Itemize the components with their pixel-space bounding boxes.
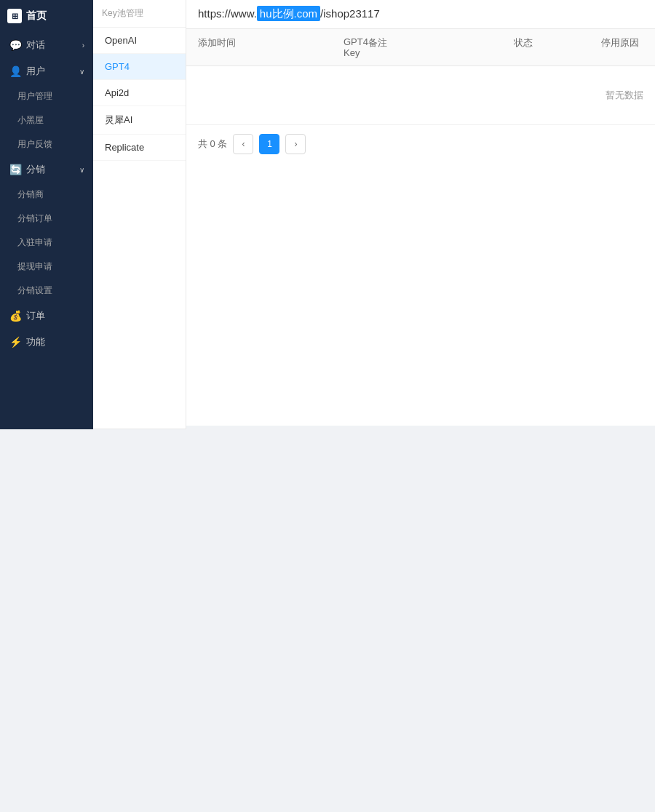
col-disable-reason: 停用原因 [601,36,655,58]
chevron-icon: ∨ [79,166,84,174]
url-highlight: hu比例.com [257,6,320,21]
sidebar-item-function[interactable]: ⚡ 功能 [0,329,93,355]
chevron-icon: ∨ [79,68,84,76]
distribution-icon: 🔄 [9,163,22,176]
pagination: 共 0 条 ‹ 1 › [186,124,655,163]
submenu-replicate[interactable]: Replicate [93,135,186,161]
top-sidebar-header-label: 首页 [26,9,47,23]
sidebar-sub-user-feedback[interactable]: 用户反馈 [0,132,93,156]
col-gpt4-key: GPT4 Key [344,36,368,58]
next-page-btn[interactable]: › [285,134,306,154]
submenu-api2d[interactable]: Api2d [93,80,186,106]
function-icon: ⚡ [9,335,22,349]
sidebar-sub-dist-settings[interactable]: 分销设置 [0,279,93,303]
sidebar-item-user[interactable]: 👤 用户 ∨ [0,58,93,84]
sidebar-sub-blacklist[interactable]: 小黑屋 [0,108,93,132]
sidebar-item-distribution[interactable]: 🔄 分销 ∨ [0,156,93,183]
sidebar-sub-distributor[interactable]: 分销商 [0,183,93,207]
order-icon: 💰 [9,309,22,322]
user-icon: 👤 [9,65,22,78]
col-status: 状态 [514,36,601,58]
chevron-icon: › [82,41,84,49]
prev-page-btn[interactable]: ‹ [233,134,253,154]
top-submenu-header: Key池管理 [93,0,186,28]
total-count: 共 0 条 [198,138,227,151]
submenu-openai[interactable]: OpenAI [93,28,186,54]
sidebar-sub-user-management[interactable]: 用户管理 [0,84,93,108]
sidebar-sub-settle-apply[interactable]: 入驻申请 [0,231,93,255]
sidebar-sub-withdraw-apply[interactable]: 提现申请 [0,255,93,279]
submenu-gpt4[interactable]: GPT4 [93,54,186,80]
col-remark: 备注 [368,36,514,58]
table-area: 添加时间 GPT4 Key 备注 状态 停用原因 暂无数据 共 0 条 ‹ 1 … [186,29,655,426]
sidebar-sub-dist-order[interactable]: 分销订单 [0,207,93,231]
url-text: https://www.hu比例.com/ishop23117 [198,7,380,21]
col-add-time: 添加时间 [198,36,344,58]
url-bar: https://www.hu比例.com/ishop23117 [186,0,655,29]
sidebar-item-order[interactable]: 💰 订单 [0,303,93,329]
table-header: 添加时间 GPT4 Key 备注 状态 停用原因 [186,29,655,66]
page-1-btn[interactable]: 1 [259,134,279,154]
sidebar-item-dialog[interactable]: 💬 对话 › [0,32,93,58]
submenu-lingxi[interactable]: 灵犀AI [93,106,186,135]
empty-data: 暂无数据 [186,66,655,124]
home-icon: ⊞ [7,9,22,23]
top-sidebar-header: ⊞ 首页 [0,0,93,32]
dialog-icon: 💬 [9,39,22,52]
